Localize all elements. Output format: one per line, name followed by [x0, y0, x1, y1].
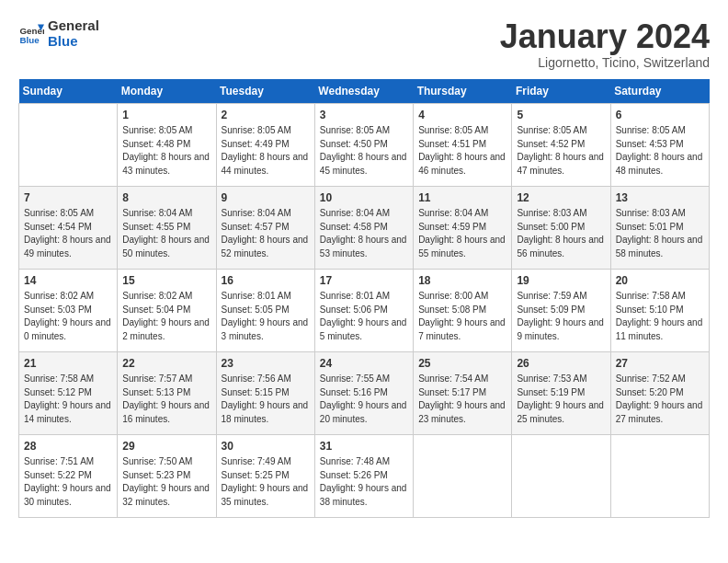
day-number: 31: [320, 439, 408, 454]
day-info: Sunrise: 8:03 AMSunset: 5:00 PMDaylight:…: [517, 207, 605, 260]
logo-text-general: General: [48, 18, 99, 34]
calendar-week-row: 1Sunrise: 8:05 AMSunset: 4:48 PMDaylight…: [19, 103, 710, 186]
calendar-title: January 2024: [500, 18, 710, 55]
day-info: Sunrise: 8:04 AMSunset: 4:58 PMDaylight:…: [320, 207, 408, 260]
calendar-cell: [19, 103, 118, 186]
day-number: 15: [122, 273, 210, 289]
day-info: Sunrise: 8:02 AMSunset: 5:03 PMDaylight:…: [24, 290, 112, 343]
day-info: Sunrise: 7:59 AMSunset: 5:09 PMDaylight:…: [517, 290, 605, 343]
calendar-cell: 20Sunrise: 7:58 AMSunset: 5:10 PMDayligh…: [610, 269, 709, 351]
calendar-cell: 22Sunrise: 7:57 AMSunset: 5:13 PMDayligh…: [118, 351, 216, 434]
day-number: 17: [320, 273, 408, 289]
logo: General Blue General Blue: [18, 18, 99, 49]
weekday-header-monday: Monday: [118, 79, 216, 104]
day-info: Sunrise: 8:05 AMSunset: 4:53 PMDaylight:…: [616, 124, 704, 178]
calendar-cell: 26Sunrise: 7:53 AMSunset: 5:19 PMDayligh…: [512, 351, 610, 434]
day-number: 6: [616, 108, 704, 123]
day-info: Sunrise: 7:57 AMSunset: 5:13 PMDaylight:…: [122, 373, 210, 426]
day-number: 4: [418, 108, 506, 123]
calendar-cell: 21Sunrise: 7:58 AMSunset: 5:12 PMDayligh…: [19, 351, 118, 434]
day-number: 2: [222, 108, 310, 123]
weekday-header-friday: Friday: [512, 79, 610, 104]
weekday-header-thursday: Thursday: [414, 79, 512, 104]
calendar-cell: 24Sunrise: 7:55 AMSunset: 5:16 PMDayligh…: [314, 351, 413, 434]
weekday-header-sunday: Sunday: [19, 79, 118, 104]
calendar-cell: 30Sunrise: 7:49 AMSunset: 5:25 PMDayligh…: [216, 434, 314, 517]
calendar-cell: 17Sunrise: 8:01 AMSunset: 5:06 PMDayligh…: [314, 269, 413, 351]
day-number: 24: [320, 356, 408, 372]
day-number: 13: [616, 190, 704, 206]
day-info: Sunrise: 7:58 AMSunset: 5:10 PMDaylight:…: [616, 290, 704, 343]
weekday-header-wednesday: Wednesday: [314, 79, 413, 104]
day-number: 11: [418, 190, 506, 206]
calendar-cell: 28Sunrise: 7:51 AMSunset: 5:22 PMDayligh…: [19, 434, 118, 517]
calendar-cell: [610, 434, 709, 517]
calendar-week-row: 14Sunrise: 8:02 AMSunset: 5:03 PMDayligh…: [19, 269, 710, 351]
calendar-cell: 13Sunrise: 8:03 AMSunset: 5:01 PMDayligh…: [610, 186, 709, 269]
calendar-cell: 14Sunrise: 8:02 AMSunset: 5:03 PMDayligh…: [19, 269, 118, 351]
header: General Blue General Blue January 2024 L…: [18, 18, 710, 70]
calendar-cell: [414, 434, 512, 517]
day-number: 10: [320, 190, 408, 206]
day-number: 14: [24, 273, 112, 289]
title-block: January 2024 Ligornetto, Ticino, Switzer…: [500, 18, 710, 70]
calendar-week-row: 28Sunrise: 7:51 AMSunset: 5:22 PMDayligh…: [19, 434, 710, 517]
calendar-cell: 18Sunrise: 8:00 AMSunset: 5:08 PMDayligh…: [414, 269, 512, 351]
calendar-cell: 3Sunrise: 8:05 AMSunset: 4:50 PMDaylight…: [314, 103, 413, 186]
calendar-cell: 6Sunrise: 8:05 AMSunset: 4:53 PMDaylight…: [610, 103, 709, 186]
day-info: Sunrise: 8:00 AMSunset: 5:08 PMDaylight:…: [418, 290, 506, 343]
calendar-subtitle: Ligornetto, Ticino, Switzerland: [500, 55, 710, 70]
calendar-cell: 16Sunrise: 8:01 AMSunset: 5:05 PMDayligh…: [216, 269, 314, 351]
calendar-cell: 19Sunrise: 7:59 AMSunset: 5:09 PMDayligh…: [512, 269, 610, 351]
day-number: 25: [418, 356, 506, 372]
day-number: 28: [24, 439, 112, 454]
calendar-cell: 2Sunrise: 8:05 AMSunset: 4:49 PMDaylight…: [216, 103, 314, 186]
weekday-header-tuesday: Tuesday: [216, 79, 314, 104]
day-number: 26: [517, 356, 605, 372]
calendar-cell: [512, 434, 610, 517]
day-number: 8: [122, 190, 210, 206]
day-info: Sunrise: 8:03 AMSunset: 5:01 PMDaylight:…: [616, 207, 704, 260]
day-info: Sunrise: 8:01 AMSunset: 5:06 PMDaylight:…: [320, 290, 408, 343]
calendar-cell: 5Sunrise: 8:05 AMSunset: 4:52 PMDaylight…: [512, 103, 610, 186]
day-info: Sunrise: 7:52 AMSunset: 5:20 PMDaylight:…: [616, 373, 704, 426]
day-info: Sunrise: 7:51 AMSunset: 5:22 PMDaylight:…: [24, 455, 112, 509]
day-info: Sunrise: 8:05 AMSunset: 4:50 PMDaylight:…: [320, 124, 408, 178]
day-number: 27: [616, 356, 704, 372]
day-info: Sunrise: 7:50 AMSunset: 5:23 PMDaylight:…: [122, 455, 210, 509]
day-number: 7: [24, 190, 112, 206]
day-info: Sunrise: 7:55 AMSunset: 5:16 PMDaylight:…: [320, 373, 408, 426]
logo-text-blue: Blue: [48, 34, 99, 50]
calendar-cell: 10Sunrise: 8:04 AMSunset: 4:58 PMDayligh…: [314, 186, 413, 269]
day-number: 29: [122, 439, 210, 454]
day-info: Sunrise: 7:54 AMSunset: 5:17 PMDaylight:…: [418, 373, 506, 426]
day-info: Sunrise: 8:05 AMSunset: 4:51 PMDaylight:…: [418, 124, 506, 178]
day-info: Sunrise: 8:04 AMSunset: 4:59 PMDaylight:…: [418, 207, 506, 260]
calendar-cell: 12Sunrise: 8:03 AMSunset: 5:00 PMDayligh…: [512, 186, 610, 269]
logo-icon: General Blue: [18, 21, 44, 47]
day-info: Sunrise: 8:05 AMSunset: 4:48 PMDaylight:…: [122, 124, 210, 178]
day-info: Sunrise: 8:02 AMSunset: 5:04 PMDaylight:…: [122, 290, 210, 343]
weekday-header-saturday: Saturday: [610, 79, 709, 104]
calendar-cell: 31Sunrise: 7:48 AMSunset: 5:26 PMDayligh…: [314, 434, 413, 517]
calendar-week-row: 21Sunrise: 7:58 AMSunset: 5:12 PMDayligh…: [19, 351, 710, 434]
weekday-header-row: SundayMondayTuesdayWednesdayThursdayFrid…: [19, 79, 710, 104]
calendar-week-row: 7Sunrise: 8:05 AMSunset: 4:54 PMDaylight…: [19, 186, 710, 269]
day-number: 16: [222, 273, 310, 289]
day-info: Sunrise: 8:05 AMSunset: 4:52 PMDaylight:…: [517, 124, 605, 178]
day-number: 30: [222, 439, 310, 454]
day-number: 3: [320, 108, 408, 123]
calendar-cell: 23Sunrise: 7:56 AMSunset: 5:15 PMDayligh…: [216, 351, 314, 434]
day-info: Sunrise: 7:53 AMSunset: 5:19 PMDaylight:…: [517, 373, 605, 426]
day-number: 18: [418, 273, 506, 289]
day-number: 20: [616, 273, 704, 289]
day-info: Sunrise: 7:49 AMSunset: 5:25 PMDaylight:…: [222, 455, 310, 509]
day-number: 21: [24, 356, 112, 372]
day-number: 5: [517, 108, 605, 123]
svg-text:Blue: Blue: [19, 34, 40, 44]
calendar-cell: 9Sunrise: 8:04 AMSunset: 4:57 PMDaylight…: [216, 186, 314, 269]
day-info: Sunrise: 7:56 AMSunset: 5:15 PMDaylight:…: [222, 373, 310, 426]
day-info: Sunrise: 8:05 AMSunset: 4:54 PMDaylight:…: [24, 207, 112, 260]
day-info: Sunrise: 8:04 AMSunset: 4:55 PMDaylight:…: [122, 207, 210, 260]
day-number: 12: [517, 190, 605, 206]
